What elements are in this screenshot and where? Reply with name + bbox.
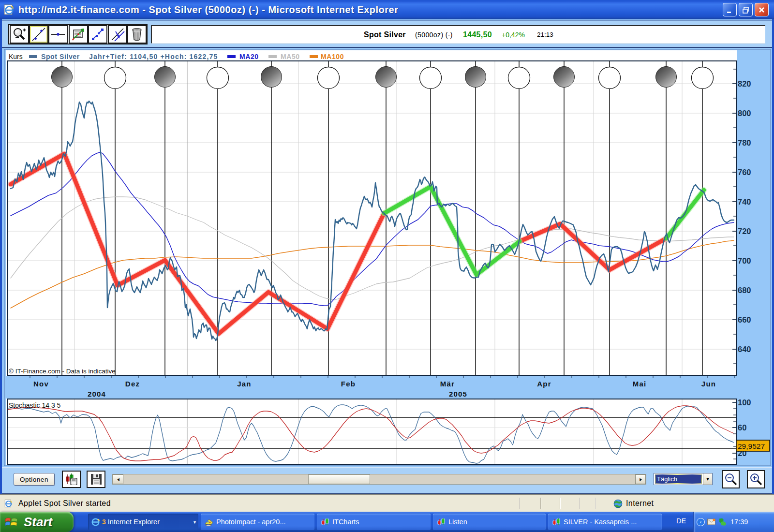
svg-text:MA50: MA50: [281, 53, 300, 60]
svg-text:640: 640: [738, 345, 751, 354]
svg-text:60: 60: [738, 423, 746, 432]
svg-text:2004: 2004: [88, 390, 106, 398]
svg-text:Nov: Nov: [33, 380, 49, 388]
svg-text:Jun: Jun: [701, 380, 716, 388]
svg-text:680: 680: [738, 286, 751, 295]
svg-text:720: 720: [738, 227, 751, 236]
svg-text:780: 780: [738, 138, 751, 147]
svg-text:Jan: Jan: [237, 380, 251, 388]
svg-text:MA100: MA100: [321, 53, 344, 60]
svg-text:Dez: Dez: [125, 380, 140, 388]
svg-text:MA20: MA20: [239, 53, 259, 60]
svg-text:740: 740: [738, 197, 751, 206]
svg-text:2005: 2005: [449, 390, 467, 398]
svg-text:© IT-Finance.com - Data is ind: © IT-Finance.com - Data is indicative: [9, 368, 116, 375]
svg-text:Mär: Mär: [440, 380, 455, 388]
svg-text:820: 820: [738, 79, 751, 88]
svg-text:700: 700: [738, 256, 751, 265]
svg-text:Stochastic 14 3 5: Stochastic 14 3 5: [9, 401, 61, 409]
svg-text:660: 660: [738, 315, 751, 324]
svg-text:100: 100: [738, 398, 751, 407]
svg-text:Mai: Mai: [633, 380, 647, 388]
svg-text:Spot Silver: Spot Silver: [41, 53, 80, 60]
svg-text:Kurs: Kurs: [9, 53, 23, 60]
svg-text:800: 800: [738, 109, 751, 118]
svg-text:Apr: Apr: [537, 380, 551, 388]
svg-text:760: 760: [738, 168, 751, 177]
svg-text:Feb: Feb: [341, 380, 356, 388]
svg-text:Jahr+Tief: 1104,50 +Hoch: 1622: Jahr+Tief: 1104,50 +Hoch: 1622,75: [89, 53, 218, 60]
svg-text:29,9527: 29,9527: [738, 442, 765, 450]
